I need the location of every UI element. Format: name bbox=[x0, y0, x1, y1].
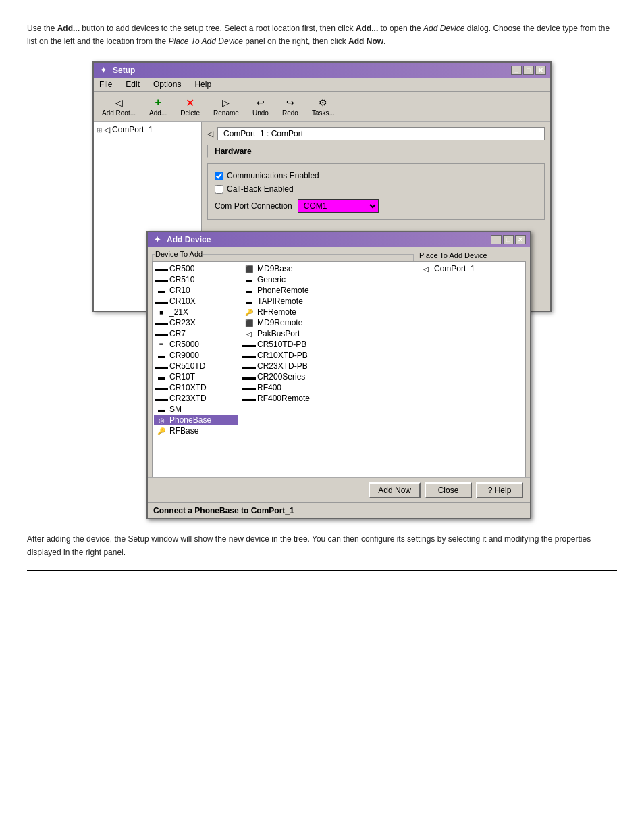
sm-icon: ▬ bbox=[156, 405, 167, 413]
rfbase-icon: 🔑 bbox=[156, 427, 167, 435]
add-root-label: Add Root... bbox=[102, 109, 136, 117]
add-device-maximize-button[interactable]: □ bbox=[503, 235, 514, 244]
device-md9base[interactable]: ⬛MD9Base bbox=[242, 263, 415, 274]
add-device-minimize-button[interactable]: _ bbox=[491, 235, 502, 244]
tasks-button[interactable]: ⚙ Tasks... bbox=[308, 95, 339, 118]
add-now-button[interactable]: Add Now bbox=[369, 482, 421, 498]
device-cr23x[interactable]: ▬▬CR23X bbox=[154, 317, 238, 328]
device-to-add-fieldset: Device To Add bbox=[152, 250, 414, 261]
device-cr200series[interactable]: ▬▬CR200Series bbox=[242, 371, 415, 382]
delete-icon: ✕ bbox=[182, 96, 198, 109]
comport-title: ComPort_1 : ComPort bbox=[223, 129, 303, 138]
device-cr10xtd-pb[interactable]: ▬▬CR10XTD-PB bbox=[242, 350, 415, 361]
cr5000-icon: ≡ bbox=[156, 340, 167, 348]
rename-label: Rename bbox=[213, 109, 239, 117]
device-cr23xtd-pb[interactable]: ▬▬CR23XTD-PB bbox=[242, 361, 415, 371]
add-device-section-headers: Device To Add Place To Add Device bbox=[148, 247, 530, 261]
close-button[interactable]: Close bbox=[425, 482, 472, 498]
add-button[interactable]: + Add... bbox=[145, 95, 171, 118]
device-phoneremote[interactable]: ▬PhoneRemote bbox=[242, 285, 415, 296]
close-button[interactable]: ✕ bbox=[535, 66, 546, 75]
bottom-rule bbox=[27, 570, 617, 571]
comport-header-icon: ◁ bbox=[207, 129, 213, 138]
device-cr500[interactable]: ▬▬CR500 bbox=[154, 263, 238, 274]
21x-icon: ■ bbox=[156, 308, 167, 316]
top-rule bbox=[27, 14, 216, 14]
device-tapiremote[interactable]: ▬TAPIRemote bbox=[242, 296, 415, 307]
device-cr10[interactable]: ▬CR10 bbox=[154, 285, 238, 296]
tree-icon: ◁ bbox=[104, 125, 110, 134]
text-block-1: Use the Add... button to add devices to … bbox=[27, 22, 617, 48]
device-21x[interactable]: ■_21X bbox=[154, 307, 238, 317]
device-md9remote[interactable]: ⬛MD9Remote bbox=[242, 317, 415, 328]
left-device-list: ▬▬CR500 ▬▬CR510 ▬CR10 ▬▬CR10X ■_21X ▬▬CR… bbox=[153, 262, 240, 477]
comport-title-box: ComPort_1 : ComPort bbox=[217, 127, 545, 140]
setup-window-icon: ✦ bbox=[98, 65, 109, 76]
setup-window-title: Setup bbox=[113, 66, 135, 75]
comport-select[interactable]: COM1 COM2 COM3 COM4 bbox=[298, 199, 379, 213]
device-generic[interactable]: ▬Generic bbox=[242, 274, 415, 285]
rename-button[interactable]: ▷ Rename bbox=[209, 95, 243, 118]
help-button[interactable]: ? Help bbox=[476, 482, 523, 498]
cr23x-icon: ▬▬ bbox=[156, 319, 167, 327]
callback-enabled-label: Call-Back Enabled bbox=[227, 184, 294, 194]
device-rfbase[interactable]: 🔑RFBase bbox=[154, 425, 238, 436]
comport-connection-label: Com Port Connection bbox=[215, 201, 292, 211]
bottom-text: After adding the device, the Setup windo… bbox=[27, 533, 617, 558]
tree-expand-icon: ⊞ bbox=[97, 126, 102, 134]
device-cr10x[interactable]: ▬▬CR10X bbox=[154, 296, 238, 307]
place-to-add-header: Place To Add Device bbox=[418, 250, 526, 261]
setup-toolbar: ◁ Add Root... + Add... ✕ Delete ▷ Rename… bbox=[94, 92, 550, 122]
cr9000-icon: ▬ bbox=[156, 351, 167, 359]
add-root-button[interactable]: ◁ Add Root... bbox=[98, 95, 140, 118]
device-cr510td[interactable]: ▬▬CR510TD bbox=[154, 361, 238, 371]
add-device-close-button[interactable]: ✕ bbox=[515, 235, 526, 244]
phoneremote-icon: ▬ bbox=[244, 286, 254, 294]
comm-enabled-row: Communications Enabled bbox=[215, 171, 537, 180]
rf400remote-icon: ▬▬ bbox=[244, 394, 254, 402]
callback-enabled-checkbox[interactable] bbox=[215, 185, 223, 194]
tree-label: ComPort_1 bbox=[112, 125, 153, 134]
device-columns: ▬▬CR500 ▬▬CR510 ▬CR10 ▬▬CR10X ■_21X ▬▬CR… bbox=[152, 261, 526, 477]
device-cr510[interactable]: ▬▬CR510 bbox=[154, 274, 238, 285]
device-cr5000[interactable]: ≡CR5000 bbox=[154, 339, 238, 350]
device-cr510td-pb[interactable]: ▬▬CR510TD-PB bbox=[242, 339, 415, 350]
comm-enabled-checkbox[interactable] bbox=[215, 172, 223, 180]
status-text: Connect a PhoneBase to ComPort_1 bbox=[153, 506, 294, 515]
md9base-icon: ⬛ bbox=[244, 265, 254, 273]
device-cr23xtd[interactable]: ▬▬CR23XTD bbox=[154, 393, 238, 404]
device-to-add-legend: Device To Add bbox=[155, 250, 203, 258]
add-device-window-icon: ✦ bbox=[152, 234, 163, 245]
device-rfremote[interactable]: 🔑RFRemote bbox=[242, 307, 415, 317]
device-sm[interactable]: ▬SM bbox=[154, 404, 238, 415]
delete-button[interactable]: ✕ Delete bbox=[176, 95, 204, 118]
device-cr10xtd[interactable]: ▬▬CR10XTD bbox=[154, 382, 238, 393]
menu-edit[interactable]: Edit bbox=[123, 79, 142, 90]
place-comport1[interactable]: ◁ ComPort_1 bbox=[419, 263, 524, 274]
place-device-panel: ◁ ComPort_1 bbox=[417, 262, 525, 477]
tab-content: Communications Enabled Call-Back Enabled… bbox=[207, 163, 545, 220]
undo-button[interactable]: ↩ Undo bbox=[248, 95, 273, 118]
menu-help[interactable]: Help bbox=[192, 79, 214, 90]
device-rf400remote[interactable]: ▬▬RF400Remote bbox=[242, 393, 415, 404]
device-cr7[interactable]: ▬▬CR7 bbox=[154, 328, 238, 339]
device-cr10t[interactable]: ▬CR10T bbox=[154, 371, 238, 382]
tapiremote-icon: ▬ bbox=[244, 297, 254, 305]
minimize-button[interactable]: _ bbox=[511, 66, 522, 75]
device-rf400[interactable]: ▬▬RF400 bbox=[242, 382, 415, 393]
tree-item-comport[interactable]: ⊞ ◁ ComPort_1 bbox=[97, 124, 198, 135]
redo-button[interactable]: ↪ Redo bbox=[278, 95, 302, 118]
menu-file[interactable]: File bbox=[97, 79, 115, 90]
cr23xtd-icon: ▬▬ bbox=[156, 394, 167, 402]
device-phonebase[interactable]: ◎PhoneBase bbox=[154, 415, 238, 425]
device-cr9000[interactable]: ▬CR9000 bbox=[154, 350, 238, 361]
callback-enabled-row: Call-Back Enabled bbox=[215, 184, 537, 194]
hardware-tab[interactable]: Hardware bbox=[207, 145, 259, 158]
device-pakbusport[interactable]: ◁PakBusPort bbox=[242, 328, 415, 339]
maximize-button[interactable]: □ bbox=[523, 66, 534, 75]
comport-header: ◁ ComPort_1 : ComPort bbox=[207, 127, 545, 140]
add-root-icon: ◁ bbox=[111, 96, 127, 109]
generic-icon: ▬ bbox=[244, 276, 254, 284]
menu-options[interactable]: Options bbox=[151, 79, 184, 90]
place-comport1-icon: ◁ bbox=[421, 265, 431, 273]
